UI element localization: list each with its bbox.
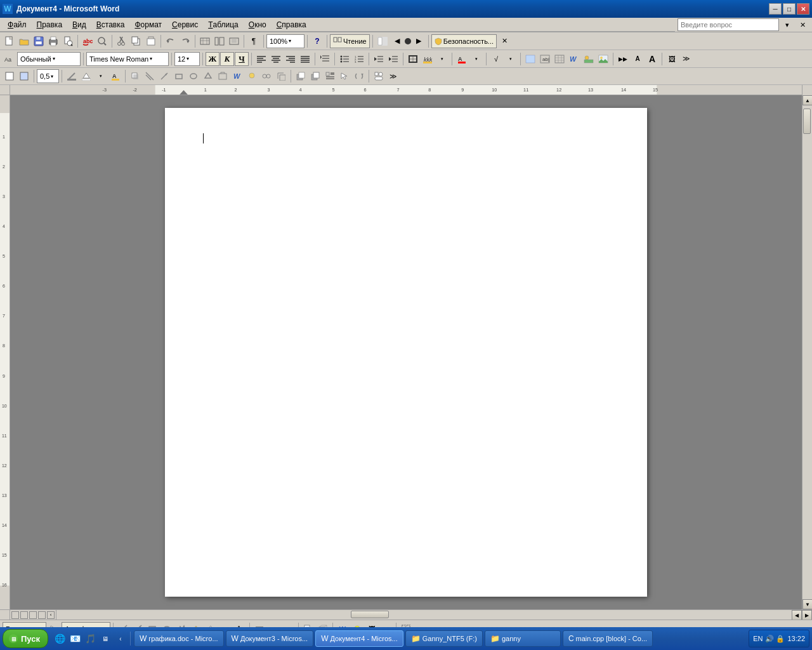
- ql-desktop-btn[interactable]: 🖥: [98, 632, 112, 646]
- ellipse-btn[interactable]: [187, 69, 200, 83]
- print-btn[interactable]: [46, 34, 60, 48]
- h-scroll-track[interactable]: [56, 610, 792, 620]
- align-center-btn[interactable]: [269, 52, 283, 66]
- security-btn[interactable]: Безопасность...: [431, 34, 497, 48]
- insert-table-btn[interactable]: [198, 34, 212, 48]
- help-input[interactable]: [678, 18, 779, 31]
- bring-fwd-btn[interactable]: [308, 69, 322, 83]
- fill-down-btn[interactable]: ▾: [94, 69, 108, 83]
- view-web-btn[interactable]: [20, 611, 28, 619]
- scroll-thumb-v[interactable]: [803, 109, 811, 134]
- insert-table2-btn[interactable]: [553, 52, 566, 66]
- document-page[interactable]: [165, 108, 647, 597]
- send-back-btn[interactable]: [294, 69, 308, 83]
- taskbar-grafika[interactable]: W графика.doc - Micro...: [134, 630, 224, 647]
- bold-btn[interactable]: Ж: [206, 52, 219, 66]
- text-box-btn[interactable]: ab|: [538, 52, 552, 66]
- ql-media-btn[interactable]: 🎵: [83, 632, 97, 646]
- bullets-btn[interactable]: [337, 52, 351, 66]
- numbering-btn[interactable]: 1.2.3.: [352, 52, 366, 66]
- maximize-button[interactable]: □: [783, 3, 796, 15]
- paste-btn[interactable]: [144, 34, 158, 48]
- save-btn[interactable]: [32, 34, 46, 48]
- scroll-right-btn[interactable]: ▶: [802, 610, 812, 620]
- taskbar-doc3[interactable]: W Документ3 - Micros...: [226, 630, 314, 647]
- textbox-btn[interactable]: [216, 69, 230, 83]
- formula-down-btn[interactable]: ▾: [504, 52, 518, 66]
- shapes-btn[interactable]: [201, 69, 215, 83]
- nav-dot-btn[interactable]: [405, 38, 411, 44]
- font-color-down-btn[interactable]: ▾: [469, 52, 483, 66]
- font-color-btn[interactable]: A: [455, 52, 469, 66]
- menu-tools[interactable]: Сервис: [167, 18, 203, 31]
- outside-borders-btn[interactable]: [406, 52, 420, 66]
- view-more-btn[interactable]: ‹: [47, 611, 55, 619]
- menu-edit[interactable]: Правка: [32, 18, 68, 31]
- font-dropdown[interactable]: Times New Roman ▾: [86, 52, 169, 66]
- menu-window[interactable]: Окно: [244, 18, 272, 31]
- increase-indent-btn[interactable]: [386, 52, 400, 66]
- menu-table[interactable]: Таблица: [203, 18, 244, 31]
- shadow-btn[interactable]: [128, 69, 142, 83]
- align-right-btn[interactable]: [284, 52, 298, 66]
- spell-btn[interactable]: abc: [81, 34, 95, 48]
- new-btn[interactable]: [3, 34, 16, 48]
- taskbar-ganny[interactable]: 📁 Ganny_NTF5 (F:): [405, 630, 483, 647]
- arrow-btn[interactable]: [157, 69, 171, 83]
- scroll-up-btn[interactable]: ▲: [802, 95, 812, 105]
- show-formatting-btn[interactable]: [523, 52, 537, 66]
- wordart2-btn[interactable]: W: [230, 69, 244, 83]
- scroll-down-btn[interactable]: ▼: [802, 599, 812, 609]
- ql-ie-btn[interactable]: 🌐: [53, 632, 67, 646]
- redo-btn[interactable]: [178, 34, 192, 48]
- rect-btn[interactable]: [172, 69, 186, 83]
- help-btn[interactable]: ✕: [796, 18, 809, 32]
- line-color-btn[interactable]: [65, 69, 79, 83]
- format-styles-btn[interactable]: Aa: [3, 52, 16, 66]
- clipart2-btn[interactable]: [245, 69, 259, 83]
- more-shapes-btn[interactable]: [372, 69, 386, 83]
- view-outline-btn[interactable]: [38, 611, 46, 619]
- highlight-btn[interactable]: kkk: [421, 52, 435, 66]
- menu-help[interactable]: Справка: [272, 18, 311, 31]
- drawing-btn[interactable]: [227, 34, 241, 48]
- close-doc-btn[interactable]: ✕: [497, 34, 511, 48]
- underline-btn[interactable]: Ч: [235, 52, 249, 66]
- rotate-btn[interactable]: [352, 69, 366, 83]
- ql-email-btn[interactable]: 📧: [68, 632, 82, 646]
- fill-color-btn[interactable]: [79, 69, 93, 83]
- close-button[interactable]: ✕: [797, 3, 809, 15]
- lines-btn[interactable]: [143, 69, 157, 83]
- decrease-indent-btn[interactable]: [372, 52, 386, 66]
- open-btn[interactable]: [17, 34, 31, 48]
- justify-btn[interactable]: [298, 52, 312, 66]
- nav-next-btn[interactable]: ▶: [412, 34, 426, 48]
- menu-format[interactable]: Формат: [129, 18, 167, 31]
- font-size-dropdown[interactable]: 12 ▾: [174, 52, 200, 66]
- tb3-btn2[interactable]: [17, 69, 31, 83]
- view-layout-btn[interactable]: [29, 611, 37, 619]
- taskbar-main-cpp[interactable]: C main.cpp [block] - Co...: [563, 630, 653, 647]
- zoom2-btn[interactable]: A: [631, 52, 645, 66]
- nav-prev-btn[interactable]: ◀: [390, 34, 404, 48]
- align-left-btn[interactable]: [254, 52, 268, 66]
- wrap-text-btn[interactable]: [323, 69, 337, 83]
- select-objects-btn[interactable]: [337, 69, 351, 83]
- help-search-btn[interactable]: ▾: [780, 18, 794, 32]
- italic-btn[interactable]: К: [220, 52, 234, 66]
- show-para-btn[interactable]: ¶: [247, 34, 261, 48]
- docmap-btn[interactable]: [376, 34, 390, 48]
- research-btn[interactable]: [95, 34, 109, 48]
- preview-btn[interactable]: [61, 34, 75, 48]
- copy-btn[interactable]: [129, 34, 143, 48]
- color-down-btn[interactable]: ▾: [435, 52, 449, 66]
- menu-insert[interactable]: Вставка: [91, 18, 130, 31]
- taskbar-ganny2[interactable]: 📁 ganny: [485, 630, 561, 647]
- more-btn[interactable]: ≫: [679, 52, 693, 66]
- start-button[interactable]: ⊞ Пуск: [3, 629, 48, 648]
- word-art-btn[interactable]: W: [567, 52, 581, 66]
- ql-arrow-btn[interactable]: ‹: [114, 632, 128, 646]
- font-color2-btn[interactable]: A: [108, 69, 122, 83]
- cut-btn[interactable]: [115, 34, 129, 48]
- minimize-button[interactable]: ─: [769, 3, 782, 15]
